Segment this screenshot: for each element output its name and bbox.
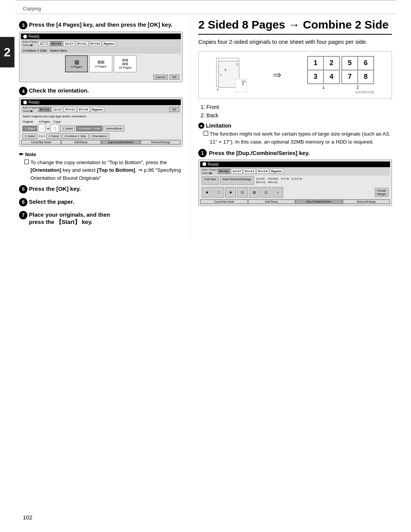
and-text: and — [86, 211, 97, 218]
ready-label-1: Ready — [29, 34, 40, 38]
paper-bypass-2[interactable]: Bypass — [91, 107, 104, 112]
result-sheet-2: 5 6 7 8 2 — [341, 56, 374, 89]
seriesbook[interactable]: Series/Book — [104, 126, 124, 131]
tab-dup-r1[interactable]: Dup./Combine/Series — [295, 200, 342, 204]
paper-1117[interactable]: 11×17 — [63, 41, 75, 46]
page: Copying 2 3 Press the [4 Pages] key, and… — [0, 0, 411, 532]
fn-row-r1: Full Size Auto Reduce/Enlarge 11×158½×11… — [200, 176, 390, 185]
section-subtitle: Copies four 2-sided originals to one she… — [198, 38, 392, 46]
auto-reduce-btn[interactable]: Auto Reduce/Enlarge — [220, 176, 254, 185]
source-doc: 1 3 5 2 4 7 5/6 6 8 — [216, 58, 247, 92]
ui-screen-title-2: Ready — [21, 99, 181, 105]
src-num-4: 4 — [225, 68, 238, 72]
section-number-tab: 2 — [0, 37, 14, 67]
paper-8511-r1[interactable]: 8½×11 — [218, 169, 230, 174]
original-label: Original: 4 Pages Copy: — [22, 120, 124, 123]
then-text: then — [98, 211, 110, 218]
result-cell-5: 5 — [342, 56, 358, 70]
section-title: 2 Sided 8 Pages → Combine 2 Side — [198, 18, 392, 35]
back-label: 2: Back — [201, 111, 392, 120]
item-4pages[interactable]: ▦ 4 Pages — [65, 55, 88, 72]
paper-8511c[interactable]: 8½×11 — [64, 107, 76, 112]
step-right-1-circle: 1 — [198, 149, 207, 157]
main-icons-row: ■ □ ■ ⊡ ▥ ◫ ▪ CreateMargin — [200, 185, 390, 199]
tab-edit[interactable]: Edit/Stamp — [61, 140, 101, 144]
4pages-icon: ▦ — [74, 59, 79, 65]
ready-label-2: Ready — [29, 100, 40, 104]
icon-4: ⊡ — [237, 187, 248, 198]
orient-body: Original: 4 Pages Copy: 1 Sided 📄 ⇒ 📋 1 … — [21, 119, 181, 140]
tab-edit-r1[interactable]: Edit/Stamp — [248, 200, 295, 204]
size-11x15: 11×158½×11 — [255, 176, 266, 185]
src-num-8: 8 — [242, 83, 244, 86]
result-grid-1: 1 2 3 4 — [307, 56, 340, 84]
result-cell-6: 6 — [358, 56, 374, 70]
tab-cover[interactable]: Cover/Slip Sheet — [21, 140, 61, 144]
step-7-circle: 7 — [19, 211, 27, 219]
note-check-1: To change the copy orientation to "Top t… — [24, 159, 183, 182]
main-layout: 2 3 Press the [4 Pages] key, and then pr… — [15, 14, 396, 238]
doc-icon-1: 📄 — [38, 124, 45, 133]
orientation-btn[interactable]: Orientation — [90, 133, 109, 139]
tab-cover-r1[interactable]: Cover/Slip Sheet — [201, 200, 248, 204]
step-3-text: Press the [4 Pages] key, and then press … — [29, 21, 172, 29]
1sided-orig[interactable]: 1 Sided — [22, 126, 37, 131]
1sided-copy[interactable]: 1 Sided — [60, 126, 75, 131]
original-col: Original: 4 Pages Copy: 1 Sided 📄 ⇒ 📋 1 … — [22, 120, 124, 139]
fullsize-btn[interactable]: Full Size — [202, 176, 219, 185]
step-3: 3 Press the [4 Pages] key, and then pres… — [19, 21, 183, 82]
ready-icon-2 — [23, 101, 27, 104]
paper-1117-r1[interactable]: 11×17 — [231, 169, 242, 174]
result-cell-7: 7 — [342, 70, 358, 84]
tab-dup[interactable]: Dup./Combine/Series — [101, 140, 141, 144]
result-labels-1: 1 — [307, 85, 340, 89]
paper-label-1: Auto PaperSelect▶ — [22, 40, 38, 47]
paper-1117-2[interactable]: 11×17 — [52, 107, 63, 112]
checkbox-icon — [24, 160, 29, 164]
tab-reduce-r1[interactable]: Reduce/Enlarge — [343, 200, 390, 204]
paper-bypass-r1[interactable]: Bypass — [270, 169, 284, 174]
item-16pages[interactable]: ⊞⊞⊞⊞ 16 Pages — [114, 55, 137, 72]
1sided-row: 1 Sided 📄 ⇒ 📋 1 Sided Combine 1 Side Ser… — [22, 124, 124, 133]
step-6-header: 6 Select the paper. — [19, 198, 183, 206]
step-6-text: Select the paper. — [29, 198, 74, 206]
step-4-header: 4 Check the orientation. — [19, 87, 183, 95]
paper-bypass[interactable]: Bypass — [102, 41, 116, 46]
icon-7: ▪ — [272, 187, 283, 198]
create-margin-btn[interactable]: CreateMargin — [375, 188, 389, 197]
limitation-text: The function might not work for certain … — [210, 130, 392, 146]
note-box: ✏ Note To change the copy orientation to… — [19, 151, 183, 182]
ready-icon-1 — [23, 35, 27, 38]
paper-8511[interactable]: 8½×11 — [50, 41, 63, 46]
paper-8514-r1[interactable]: 8½×14 — [256, 169, 269, 174]
paper-8514-2[interactable]: 8½×14 — [77, 107, 90, 112]
result-cell-4: 4 — [323, 70, 339, 84]
ok-btn-orient[interactable]: OK — [169, 107, 179, 112]
left-column: 2 3 Press the [4 Pages] key, and then pr… — [15, 14, 190, 238]
limitation-icon: ● — [198, 123, 204, 129]
result-cell-1: 1 — [307, 56, 323, 70]
paper-8511-2[interactable]: 8½×11 — [38, 107, 51, 112]
ui-screen-right-1: Ready Auto PaperSelect▶ 8½×11 11×17 8½×1… — [198, 160, 392, 206]
2sided-orig[interactable]: 2 Sided — [22, 133, 37, 139]
limitation-label: Limitation — [206, 123, 231, 129]
2sided-copy[interactable]: 2 Sided — [46, 133, 61, 139]
paper-8511b[interactable]: 8½×11 — [76, 41, 88, 46]
paper-8514[interactable]: 8½×14 — [89, 41, 102, 46]
paper-8511b-r1[interactable]: 8½×11 — [243, 169, 256, 174]
src-num-6: 6 — [217, 88, 218, 91]
ok-btn-1[interactable]: OK — [169, 75, 179, 80]
item-8pages[interactable]: ⊞⊞ 6 Pages — [89, 55, 112, 72]
combine1side[interactable]: Combine 1 Side — [76, 126, 102, 131]
8pages-icon: ⊞⊞ — [97, 60, 104, 65]
limitation-check-row: The function might not work for certain … — [204, 130, 392, 146]
icon-3: ■ — [225, 187, 236, 198]
percent-display: 9 3 % — [280, 176, 289, 185]
paper-row-2: Auto PaperSelect▶ 8½×11 11×17 8½×11 8½×1… — [21, 105, 181, 113]
step-5: 5 Press the [OK] key. — [19, 185, 183, 193]
tab-reduce[interactable]: Reduce/Enlarge — [141, 140, 180, 144]
combine2side[interactable]: Combine 2 Side — [62, 133, 89, 139]
top-rule — [15, 0, 396, 3]
bottom-row-1: Cancel OK — [21, 74, 181, 80]
cancel-btn-1[interactable]: Cancel — [153, 75, 168, 80]
